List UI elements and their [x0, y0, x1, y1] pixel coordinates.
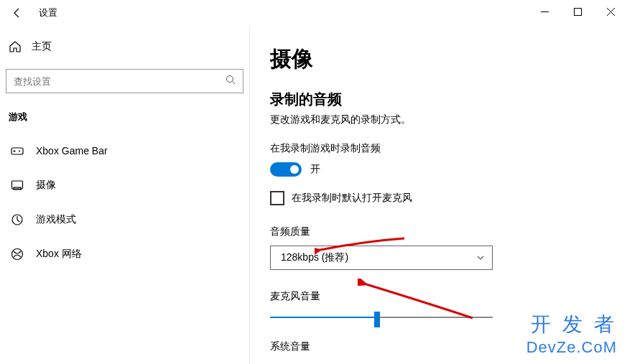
- page-title: 摄像: [270, 45, 627, 74]
- search-input-wrapper[interactable]: [6, 69, 243, 93]
- record-audio-toggle-row: 开: [270, 162, 627, 177]
- svg-point-7: [12, 249, 23, 260]
- search-icon: [226, 75, 236, 88]
- sidebar: 主页 游戏 Xbox Game Bar 摄像 游戏模式 Xbox 网络: [0, 26, 250, 364]
- slider-thumb[interactable]: [374, 312, 380, 327]
- svg-rect-2: [11, 148, 23, 154]
- mic-default-label: 在我录制时默认打开麦克风: [292, 192, 412, 205]
- sidebar-item-game-mode[interactable]: 游戏模式: [0, 202, 249, 237]
- svg-rect-0: [574, 8, 581, 15]
- close-icon: [607, 8, 615, 16]
- window-title: 设置: [39, 6, 57, 19]
- sidebar-item-label: Xbox 网络: [36, 248, 82, 261]
- svg-point-1: [227, 76, 233, 83]
- title-bar: 设置: [0, 0, 627, 26]
- mic-volume-label: 麦克风音量: [270, 290, 627, 303]
- sidebar-item-captures[interactable]: 摄像: [0, 168, 249, 202]
- main-content: 摄像 录制的音频 更改游戏和麦克风的录制方式。 在我录制游戏时录制音频 开 在我…: [250, 26, 627, 364]
- mic-default-row: 在我录制时默认打开麦克风: [270, 191, 627, 205]
- mic-default-checkbox[interactable]: [270, 191, 284, 205]
- back-arrow-icon: [11, 7, 23, 19]
- minimize-icon: [541, 8, 549, 16]
- home-link[interactable]: 主页: [0, 33, 249, 60]
- audio-section-title: 录制的音频: [270, 90, 627, 109]
- sidebar-item-label: 摄像: [36, 179, 56, 192]
- mic-volume-slider[interactable]: [270, 310, 493, 325]
- game-bar-icon: [10, 144, 24, 158]
- sidebar-item-label: Xbox Game Bar: [36, 145, 108, 157]
- close-button[interactable]: [594, 0, 627, 23]
- record-audio-toggle[interactable]: [270, 162, 302, 177]
- audio-section-description: 更改游戏和麦克风的录制方式。: [270, 113, 627, 126]
- sidebar-item-xbox-game-bar[interactable]: Xbox Game Bar: [0, 134, 249, 168]
- game-mode-icon: [10, 213, 24, 227]
- audio-quality-dropdown[interactable]: 128kbps (推荐): [270, 246, 493, 270]
- record-audio-label: 在我录制游戏时录制音频: [270, 142, 627, 155]
- window-controls: [528, 0, 627, 23]
- audio-quality-value: 128kbps (推荐): [281, 251, 348, 264]
- sidebar-item-xbox-network[interactable]: Xbox 网络: [0, 237, 249, 271]
- sidebar-item-label: 游戏模式: [36, 213, 76, 226]
- chevron-down-icon: [476, 253, 485, 262]
- minimize-button[interactable]: [528, 0, 561, 23]
- capture-icon: [10, 178, 24, 192]
- maximize-button[interactable]: [561, 0, 594, 23]
- xbox-network-icon: [10, 247, 24, 261]
- maximize-icon: [574, 8, 582, 16]
- section-label: 游戏: [0, 106, 249, 134]
- system-volume-label: 系统音量: [270, 340, 627, 353]
- back-button[interactable]: [6, 1, 29, 24]
- svg-point-3: [19, 151, 20, 152]
- home-label: 主页: [32, 40, 52, 53]
- toggle-state-label: 开: [310, 163, 320, 176]
- home-icon: [9, 40, 22, 53]
- search-input[interactable]: [14, 76, 226, 87]
- audio-quality-label: 音频质量: [270, 225, 627, 238]
- toggle-knob: [290, 165, 299, 174]
- slider-fill: [270, 317, 377, 318]
